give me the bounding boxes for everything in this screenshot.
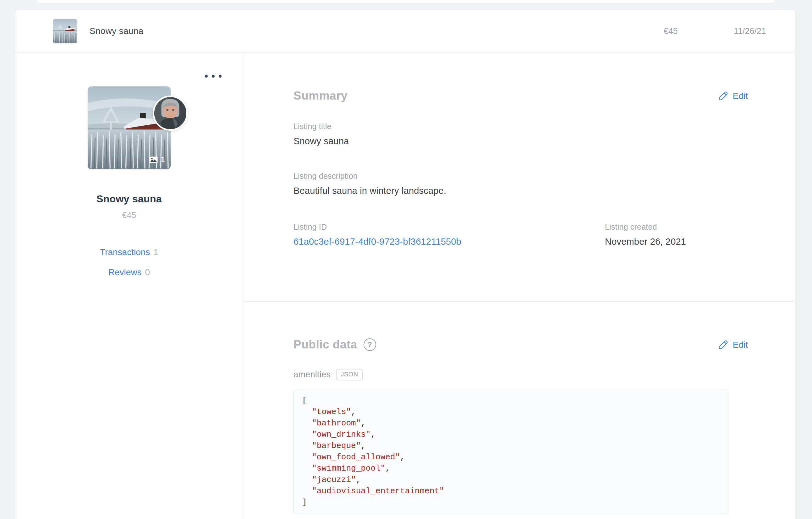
listing-id-row: Listing ID 61a0c3ef-6917-4df0-9723-bf361…: [293, 223, 748, 247]
avatar-image: [154, 97, 186, 129]
pencil-icon: [718, 91, 728, 101]
photo-count-badge: 1: [149, 155, 165, 164]
public-data-heading: Public data: [293, 338, 357, 351]
public-data-edit-button[interactable]: Edit: [718, 340, 748, 350]
listing-header-row[interactable]: Snowy sauna €45 11/26/21: [16, 10, 795, 53]
listing-created-value: November 26, 2021: [605, 236, 686, 247]
header-listing-title: Snowy sauna: [90, 26, 143, 36]
sidebar-listing-title: Snowy sauna: [16, 193, 243, 205]
amenities-field-header: amenities JSON: [293, 369, 748, 380]
reviews-count: 0: [145, 267, 150, 277]
pencil-icon: [718, 340, 728, 350]
winter-scene-image: [53, 19, 77, 44]
listing-main-panel: Summary Edit Listing title Snowy sauna: [243, 53, 795, 519]
amenities-field-name: amenities: [293, 370, 330, 379]
photo-count-value: 1: [161, 155, 165, 164]
listing-id-label: Listing ID: [293, 223, 605, 232]
image-icon: [149, 156, 158, 163]
summary-heading: Summary: [293, 89, 348, 103]
listing-body: 1 Snowy sauna €45 Transactions1 Reviews0: [16, 53, 795, 519]
sidebar-listing-price: €45: [16, 210, 243, 220]
reviews-link-label[interactable]: Reviews: [109, 267, 142, 277]
listing-created-label: Listing created: [605, 223, 686, 232]
reviews-link[interactable]: Reviews0: [16, 267, 243, 278]
transactions-count: 1: [153, 247, 158, 257]
summary-section: Summary Edit Listing title Snowy sauna: [243, 53, 795, 301]
listing-id-field: Listing ID 61a0c3ef-6917-4df0-9723-bf361…: [293, 223, 605, 247]
transactions-link[interactable]: Transactions1: [16, 247, 243, 257]
listing-description-field: Listing description Beautiful sauna in w…: [293, 172, 748, 196]
listing-thumbnail[interactable]: [53, 19, 77, 44]
listing-id-value[interactable]: 61a0c3ef-6917-4df0-9723-bf361211550b: [293, 236, 605, 247]
listing-title-label: Listing title: [293, 122, 748, 131]
listing-photo-container: 1: [88, 86, 171, 169]
listing-description-label: Listing description: [293, 172, 748, 181]
listing-detail-screen: Snowy sauna €45 11/26/21: [0, 0, 812, 519]
summary-edit-label: Edit: [733, 91, 748, 101]
ellipsis-menu-icon[interactable]: [203, 73, 224, 80]
previous-row-remnant: [37, 0, 775, 3]
summary-edit-button[interactable]: Edit: [718, 91, 748, 101]
listing-title-field: Listing title Snowy sauna: [293, 122, 748, 146]
listing-title-value: Snowy sauna: [293, 136, 748, 146]
provider-avatar[interactable]: [153, 95, 188, 131]
header-listing-price: €45: [664, 26, 678, 36]
listing-description-value: Beautiful sauna in wintery landscape.: [293, 186, 748, 196]
listing-created-field: Listing created November 26, 2021: [605, 223, 686, 247]
listing-sidebar: 1 Snowy sauna €45 Transactions1 Reviews0: [16, 53, 243, 519]
help-icon[interactable]: ?: [364, 338, 376, 351]
sidebar-links: Transactions1 Reviews0: [16, 247, 243, 278]
json-type-badge: JSON: [336, 369, 362, 380]
public-data-section: Public data ? Edit amenities JSON: [243, 301, 795, 514]
transactions-link-label[interactable]: Transactions: [100, 247, 150, 257]
header-listing-date: 11/26/21: [734, 26, 766, 36]
listing-card: Snowy sauna €45 11/26/21: [16, 10, 795, 519]
public-data-edit-label: Edit: [733, 340, 748, 350]
amenities-json-code: [ "towels", "bathroom", "own_drinks", "b…: [293, 390, 729, 514]
